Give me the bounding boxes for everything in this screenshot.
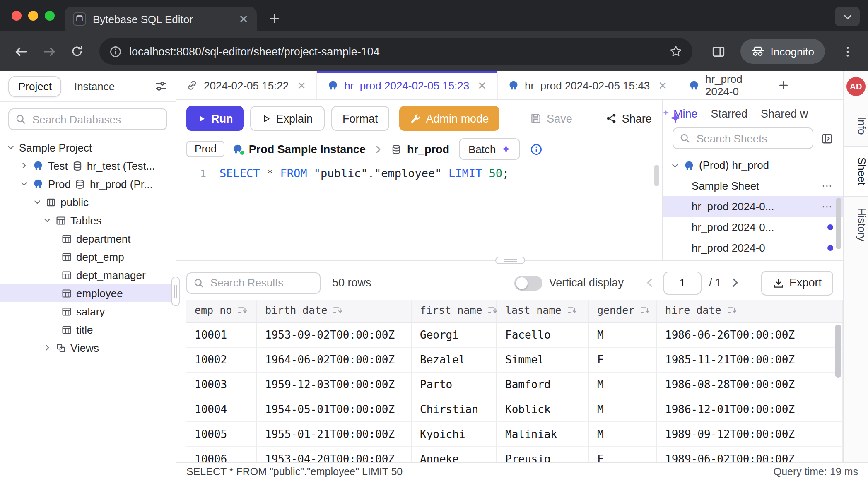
tab-history[interactable]: History (844, 197, 868, 252)
close-sheet-icon[interactable]: ✕ (658, 79, 667, 91)
tab-sheet[interactable]: Sheet (844, 145, 868, 197)
forward-button[interactable] (36, 39, 61, 64)
vertical-display-toggle[interactable] (514, 275, 542, 290)
column-header-last-name[interactable]: last_name (497, 300, 588, 322)
sort-icon[interactable] (726, 305, 737, 318)
back-button[interactable] (8, 39, 33, 64)
sheet-actions-ellipsis-icon[interactable]: ⋯ (822, 200, 833, 213)
instance-selector[interactable]: Prod Sample Instance (232, 143, 366, 155)
sort-icon[interactable] (566, 305, 577, 318)
tree-item-views-group[interactable]: Views (0, 339, 176, 357)
column-header-first-name[interactable]: first_name (411, 300, 497, 322)
column-header-emp-no[interactable]: emp_no (186, 300, 256, 322)
reload-button[interactable] (65, 39, 89, 64)
chevron-right-icon[interactable] (20, 161, 28, 170)
close-sheet-icon[interactable]: ✕ (477, 79, 487, 91)
minimize-window-button[interactable] (28, 11, 38, 21)
page-number-input[interactable] (663, 271, 702, 294)
maximize-window-button[interactable] (45, 11, 55, 21)
close-window-button[interactable] (12, 11, 22, 21)
chevron-right-icon[interactable] (43, 344, 51, 352)
sql-code-line[interactable]: SELECT * FROM "public"."employee" LIMIT … (219, 166, 509, 180)
filter-sliders-icon[interactable] (154, 79, 167, 93)
sheet-tab-1[interactable]: 2024-02-05 15:22 ✕ (176, 71, 317, 99)
tree-item-employee[interactable]: employee (0, 284, 176, 302)
browser-tab[interactable]: Bytebase SQL Editor ✕ (65, 7, 257, 31)
chevron-down-icon[interactable] (20, 180, 28, 188)
results-scrollbar[interactable] (835, 325, 841, 378)
schema-icon (46, 197, 56, 207)
close-sheet-icon[interactable]: ✕ (297, 79, 306, 91)
sheet-actions-ellipsis-icon[interactable]: ⋯ (822, 180, 833, 192)
run-button[interactable]: Run (186, 106, 244, 131)
save-button[interactable]: Save (519, 106, 583, 131)
tree-item-sample-project[interactable]: Sample Project (0, 138, 176, 156)
url-text[interactable]: localhost:8080/sql-editor/sheet/project-… (129, 45, 662, 58)
column-header-hire-date[interactable]: hire_date (656, 300, 808, 322)
chevron-down-icon[interactable] (671, 161, 679, 169)
previous-page-icon[interactable] (644, 277, 656, 289)
chevron-down-icon[interactable] (43, 216, 51, 224)
batch-button[interactable]: Batch (459, 138, 520, 160)
sheet-item-1-selected[interactable]: hr_prod 2024-0... ⋯ (663, 196, 843, 217)
environment-chip[interactable]: Prod (186, 141, 225, 157)
sheet-item-0[interactable]: Sample Sheet ⋯ (663, 176, 843, 196)
new-tab-button[interactable] (263, 7, 285, 29)
bookmark-star-icon[interactable] (669, 45, 682, 58)
tree-item-test-env[interactable]: Test hr_test (Test... (0, 156, 176, 175)
search-sheets-input[interactable] (673, 127, 813, 149)
search-results-input[interactable] (186, 272, 321, 293)
avatar[interactable]: AD (846, 77, 866, 96)
chevron-down-icon[interactable] (33, 198, 41, 206)
tree-item-dept-emp[interactable]: dept_emp (0, 248, 176, 266)
database-selector[interactable]: hr_prod (391, 143, 449, 155)
site-info-icon[interactable] (109, 45, 122, 58)
column-header-birth-date[interactable]: birth_date (256, 300, 411, 322)
sidebar-resize-handle[interactable] (171, 277, 180, 306)
sheet-tab-4[interactable]: hr_prod 2024-0 (678, 71, 771, 99)
format-button[interactable]: Format (331, 106, 390, 131)
tab-starred[interactable]: Starred (711, 108, 748, 120)
sheet-tab-2-active[interactable]: hr_prod 2024-02-05 15:23 ✕ (317, 71, 497, 99)
side-panel-icon[interactable] (706, 39, 731, 64)
sheet-item-2[interactable]: hr_prod 2024-0... (663, 217, 843, 238)
sql-editor[interactable]: 1 SELECT * FROM "public"."employee" LIMI… (176, 161, 662, 260)
close-tab-icon[interactable]: ✕ (239, 13, 248, 25)
new-sheet-button[interactable] (771, 71, 796, 99)
tab-search-chevron-button[interactable] (835, 7, 860, 26)
sort-icon[interactable] (237, 305, 248, 318)
tree-item-title[interactable]: title (0, 320, 176, 339)
connection-info-icon[interactable] (530, 143, 542, 155)
browser-menu-kebab-icon[interactable] (835, 39, 860, 64)
tree-item-dept-manager[interactable]: dept_manager (0, 266, 176, 284)
tree-item-public-schema[interactable]: public (0, 193, 176, 211)
open-sheets-panel-icon[interactable] (821, 132, 833, 144)
tab-project[interactable]: Project (8, 76, 62, 96)
sheet-item-3[interactable]: hr_prod 2024-0 (663, 238, 843, 258)
sheet-tab-3[interactable]: hr_prod 2024-02-05 15:43 ✕ (497, 71, 678, 99)
tree-item-salary[interactable]: salary (0, 302, 176, 320)
splitter-drag-handle[interactable] (495, 257, 525, 264)
tab-info[interactable]: Info (844, 106, 868, 145)
chevron-down-icon[interactable] (7, 143, 15, 152)
sort-icon[interactable] (333, 305, 343, 318)
export-button[interactable]: Export (761, 270, 833, 295)
sheet-group-prod-hr-prod[interactable]: (Prod) hr_prod (663, 155, 843, 176)
panel-splitter[interactable] (176, 260, 843, 266)
sheets-scrollbar[interactable] (836, 198, 841, 249)
editor-scrollbar[interactable] (654, 165, 659, 186)
tab-instance[interactable]: Instance (74, 80, 115, 92)
search-databases-input[interactable] (8, 108, 167, 130)
address-bar[interactable]: localhost:8080/sql-editor/sheet/project-… (99, 38, 692, 65)
sort-icon[interactable] (487, 305, 498, 318)
tree-item-department[interactable]: department (0, 229, 176, 248)
tab-shared[interactable]: Shared w (761, 108, 812, 120)
sort-icon[interactable] (639, 305, 650, 318)
explain-button[interactable]: Explain (251, 106, 325, 131)
tree-item-prod-env[interactable]: Prod hr_prod (Pr... (0, 175, 176, 193)
tree-item-tables-group[interactable]: Tables (0, 211, 176, 229)
column-header-gender[interactable]: gender (588, 300, 656, 322)
share-button[interactable]: Share (595, 106, 663, 131)
admin-mode-button[interactable]: Admin mode (400, 106, 500, 131)
next-page-icon[interactable] (729, 277, 741, 289)
